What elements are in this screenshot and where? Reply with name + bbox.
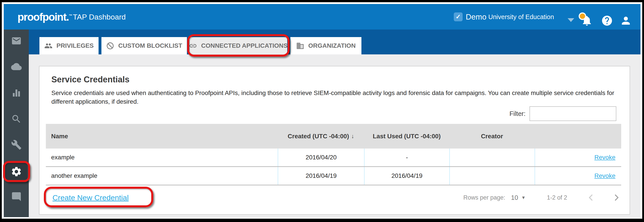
revoke-link[interactable]: Revoke — [594, 154, 616, 161]
filter-row: Filter: — [510, 106, 616, 121]
sidebar-item-search[interactable] — [11, 114, 22, 124]
table-row: example 2016/04/20 - Revoke — [46, 149, 621, 167]
cell-action: Revoke — [534, 167, 621, 185]
demo-checkbox[interactable]: ✓ — [454, 13, 463, 21]
frame-border-bottom — [0, 219, 644, 222]
chat-bubble-icon — [11, 191, 22, 202]
service-credentials-card: Service Credentials Service credentials … — [39, 66, 630, 215]
tab-label: ORGANIZATION — [308, 42, 356, 49]
cell-name: example — [46, 149, 278, 166]
frame-border-right — [642, 0, 644, 222]
filter-label: Filter: — [510, 110, 526, 118]
table-footer: Create New Credential Rows per page: 10 … — [46, 185, 621, 210]
tab-label: CONNECTED APPLICATIONS — [201, 42, 288, 49]
chevron-down-icon[interactable] — [568, 18, 574, 22]
top-header-bar: proofpoint.™ TAP Dashboard ✓ Demo Univer… — [4, 4, 640, 30]
pagination-range: 1-2 of 2 — [547, 194, 567, 201]
column-header-name: Name — [46, 124, 278, 149]
previous-page-button[interactable] — [586, 193, 596, 202]
tab-custom-blocklist[interactable]: CUSTOM BLOCKLIST — [102, 37, 187, 54]
cell-created: 2016/04/19 — [278, 167, 364, 185]
filter-input[interactable] — [530, 106, 616, 121]
logo-text: proofpoint. — [18, 11, 69, 23]
gear-icon — [11, 166, 22, 177]
revoke-link[interactable]: Revoke — [594, 172, 616, 179]
tab-label: CUSTOM BLOCKLIST — [118, 42, 182, 49]
organization-selector[interactable]: University of Education — [488, 13, 554, 21]
frame-border-left — [0, 0, 2, 222]
cell-action: Revoke — [534, 149, 621, 166]
wrench-icon — [11, 139, 22, 150]
cell-name: another example — [46, 167, 278, 185]
help-button[interactable] — [601, 15, 613, 27]
proofpoint-logo: proofpoint.™ — [18, 11, 72, 23]
section-heading: Service Credentials — [52, 75, 130, 84]
table-row: another example 2016/04/19 2016/04/19 Re… — [46, 167, 621, 185]
caret-down-icon[interactable]: ▼ — [521, 195, 526, 200]
sort-desc-icon: ↓ — [351, 133, 354, 140]
person-icon — [620, 15, 632, 27]
page-title: TAP Dashboard — [73, 13, 126, 21]
people-icon — [44, 42, 52, 50]
column-header-actions — [534, 124, 621, 149]
building-icon — [296, 42, 304, 50]
chevron-right-icon — [612, 193, 621, 202]
sidebar-item-mail[interactable] — [11, 36, 22, 46]
column-header-last-used: Last Used (UTC -04:00) — [364, 124, 449, 149]
demo-label: Demo — [466, 13, 486, 21]
link-icon — [189, 42, 197, 50]
column-header-created[interactable]: Created (UTC -04:00)↓ — [278, 124, 364, 149]
table-header-row: Name Created (UTC -04:00)↓ Last Used (UT… — [46, 124, 621, 149]
sidebar-item-settings[interactable] — [5, 163, 27, 180]
mail-icon — [11, 36, 22, 46]
column-header-creator: Creator — [449, 124, 534, 149]
section-description: Service credentials are used when authen… — [52, 89, 618, 106]
left-nav-sidebar — [4, 30, 29, 217]
sidebar-item-tools[interactable] — [11, 139, 22, 150]
frame-border-top — [0, 0, 644, 2]
cloud-icon — [11, 61, 22, 72]
sidebar-item-cloud[interactable] — [11, 61, 22, 72]
block-icon — [106, 42, 114, 50]
chevron-left-icon — [586, 193, 596, 202]
notification-badge — [579, 13, 586, 20]
tab-label: PRIVILEGES — [56, 42, 94, 49]
rows-per-page-value[interactable]: 10 — [511, 194, 518, 201]
cell-last-used: 2016/04/19 — [364, 167, 449, 185]
cell-creator — [449, 149, 534, 166]
create-new-credential-link[interactable]: Create New Credential — [52, 193, 129, 202]
cell-last-used: - — [364, 149, 449, 166]
search-icon — [11, 114, 22, 124]
tab-privileges[interactable]: PRIVILEGES — [40, 37, 98, 54]
sidebar-item-reports[interactable] — [11, 88, 22, 98]
tab-organization[interactable]: ORGANIZATION — [290, 37, 362, 54]
next-page-button[interactable] — [612, 193, 621, 202]
tab-connected-applications[interactable]: CONNECTED APPLICATIONS — [189, 37, 287, 54]
pagination: Rows per page: 10 ▼ 1-2 of 2 — [463, 193, 621, 202]
cell-creator — [449, 167, 534, 185]
bar-chart-icon — [11, 88, 22, 98]
sidebar-item-feedback[interactable] — [11, 191, 22, 202]
credentials-table: Name Created (UTC -04:00)↓ Last Used (UT… — [46, 124, 621, 185]
cell-created: 2016/04/20 — [278, 149, 364, 166]
help-icon — [601, 15, 613, 27]
check-icon: ✓ — [456, 13, 461, 21]
trademark-symbol: ™ — [69, 14, 72, 17]
account-button[interactable] — [620, 15, 632, 27]
rows-per-page-label: Rows per page: — [463, 194, 505, 201]
